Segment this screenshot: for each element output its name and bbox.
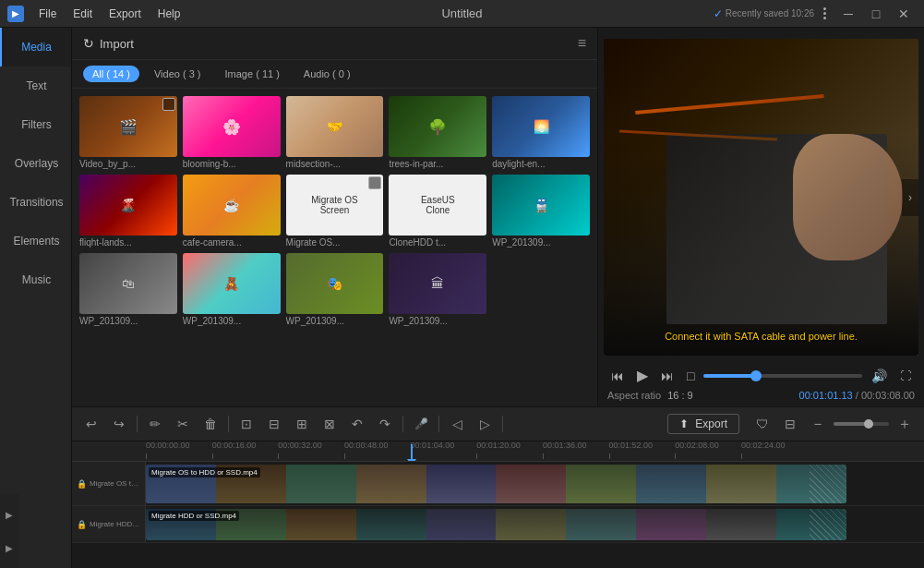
audio-clip-end xyxy=(810,509,846,540)
progress-fill xyxy=(703,374,756,378)
media-item[interactable]: 🚆 WP_201309... xyxy=(492,175,590,248)
ruler-mark: 00:00:48.00 xyxy=(344,453,345,459)
sidebar-tab-overlays[interactable]: Overlays xyxy=(0,144,71,183)
media-item[interactable]: Migrate OSScreen Migrate OS... xyxy=(286,175,384,248)
media-thumb: 🌅 xyxy=(492,96,590,157)
video-clip[interactable]: Migrate OS to HDD or SSD.mp4 xyxy=(146,465,846,503)
sidebar-tab-transitions[interactable]: Transitions xyxy=(0,183,71,222)
video-track-content[interactable]: Migrate OS to HDD or SSD.mp4 xyxy=(146,462,924,505)
media-item[interactable]: 🤝 midsection-... xyxy=(286,96,384,169)
timeline-right-tools: 🛡 ⊟ － ＋ xyxy=(750,412,917,436)
media-label: WP_201309... xyxy=(389,316,486,326)
menu-bar: File Edit Export Help xyxy=(31,6,187,22)
menu-file[interactable]: File xyxy=(31,6,64,22)
zoom-slider[interactable] xyxy=(834,422,889,426)
ruler-mark: 00:02:08.00 xyxy=(675,453,676,459)
media-item[interactable]: 🎬 Video_by_p... xyxy=(79,96,177,169)
fullscreen-button[interactable]: ⛶ xyxy=(896,368,915,384)
audio-track-label: Migrate HDD or SSD.mp4 xyxy=(90,520,140,528)
zoom-out-button[interactable]: － xyxy=(806,412,830,436)
preview-video: Connect it with SATA cable and power lin… xyxy=(604,39,918,356)
sidebar-tab-music[interactable]: Music xyxy=(0,260,71,299)
caption-button[interactable]: ⊟ xyxy=(778,412,802,436)
crop-tool[interactable]: ⊡ xyxy=(234,412,258,436)
sidebar-tab-media[interactable]: Media xyxy=(0,28,71,66)
play-button[interactable]: ▶ xyxy=(633,365,652,386)
menu-export[interactable]: Export xyxy=(102,6,149,22)
media-panel: ↻ Import ≡ All ( 14 ) Video ( 3 ) Image … xyxy=(72,28,598,406)
media-item[interactable]: 🌸 blooming-b... xyxy=(183,96,281,169)
delete-tool[interactable]: 🗑 xyxy=(198,412,222,436)
import-button[interactable]: ↻ Import xyxy=(83,36,134,51)
minimize-button[interactable]: ─ xyxy=(835,5,861,23)
mic-button[interactable]: 🎤 xyxy=(409,412,433,436)
video-track-header: 🔒 Migrate OS to HDD or SSD.mp4 xyxy=(72,462,146,505)
sidebar-tab-filters[interactable]: Filters xyxy=(0,105,71,144)
media-thumb: 🧸 xyxy=(183,253,281,314)
next-frame[interactable]: ▷ xyxy=(473,412,497,436)
forward-button[interactable]: ⏭ xyxy=(657,367,678,385)
audio-track-content[interactable]: Migrate HDD or SSD.mp4 xyxy=(146,506,924,542)
cut-tool[interactable]: ✂ xyxy=(171,412,195,436)
timeline-tracks: 🔒 Migrate OS to HDD or SSD.mp4 xyxy=(72,462,924,568)
titlebar: ▶ File Edit Export Help Untitled ✓ Recen… xyxy=(0,0,924,28)
audio-track-row: 🔒 Migrate HDD or SSD.mp4 xyxy=(72,506,924,543)
playhead[interactable] xyxy=(411,444,413,462)
rewind-button[interactable]: ⏮ xyxy=(607,367,628,385)
timeline-ruler: 00:00:00.00 00:00:16.00 00:00:32.00 xyxy=(72,441,924,462)
aspect-ratio-label: Aspect ratio 16 : 9 xyxy=(607,390,693,401)
lock-icon[interactable]: 🔒 xyxy=(77,479,87,489)
more-options[interactable] xyxy=(818,4,832,23)
progress-bar[interactable] xyxy=(703,374,862,378)
media-item[interactable]: 🏛 WP_201309... xyxy=(389,253,486,326)
preview-next-arrow[interactable]: › xyxy=(902,179,918,216)
toolbar-separator xyxy=(402,416,403,432)
zoom-in-button[interactable]: ＋ xyxy=(893,412,917,436)
media-item[interactable]: 🎭 WP_201309... xyxy=(286,253,384,326)
redo-button[interactable]: ↪ xyxy=(107,412,131,436)
media-thumb: 🎭 xyxy=(286,253,384,314)
close-button[interactable]: ✕ xyxy=(891,5,917,23)
media-item[interactable]: 🛍 WP_201309... xyxy=(79,253,177,326)
filter-tab-video[interactable]: Video ( 3 ) xyxy=(145,66,210,82)
undo-button[interactable]: ↩ xyxy=(79,412,103,436)
menu-help[interactable]: Help xyxy=(150,6,188,22)
shield-button[interactable]: 🛡 xyxy=(750,412,774,436)
filter-tab-all[interactable]: All ( 14 ) xyxy=(83,66,139,82)
add-track-icon[interactable]: ▶ xyxy=(6,510,13,520)
sidebar-tab-text[interactable]: Text xyxy=(0,66,71,105)
maximize-button[interactable]: □ xyxy=(863,5,889,23)
add-track-icon-2[interactable]: ▶ xyxy=(6,543,13,553)
menu-edit[interactable]: Edit xyxy=(66,6,100,22)
filter-tab-audio[interactable]: Audio ( 0 ) xyxy=(294,66,360,82)
thumb-checkbox[interactable] xyxy=(162,98,175,111)
progress-thumb[interactable] xyxy=(750,370,762,381)
media-menu-icon[interactable]: ≡ xyxy=(578,35,586,52)
media-item[interactable]: 🌳 trees-in-par... xyxy=(389,96,486,169)
media-item[interactable]: 🌅 daylight-en... xyxy=(492,96,590,169)
lock-icon-audio[interactable]: 🔒 xyxy=(77,520,87,529)
split-tool[interactable]: ⊟ xyxy=(262,412,286,436)
thumb-checkbox[interactable] xyxy=(368,176,381,189)
audio-clip[interactable]: Migrate HDD or SSD.mp4 xyxy=(146,509,846,540)
playback-controls: ⏮ ▶ ⏭ □ 🔊 ⛶ xyxy=(607,365,915,386)
rotate-left[interactable]: ↶ xyxy=(345,412,369,436)
media-label: Migrate OS... xyxy=(286,237,384,248)
filter-tab-image[interactable]: Image ( 11 ) xyxy=(216,66,289,82)
media-item[interactable]: 🌋 fliqht-lands... xyxy=(79,175,177,248)
media-item[interactable]: EaseUSClone CloneHDD t... xyxy=(389,175,486,248)
rotate-right[interactable]: ↷ xyxy=(373,412,397,436)
media-thumb: Migrate OSScreen xyxy=(286,175,384,236)
select-tool[interactable]: ⊠ xyxy=(318,412,342,436)
zoom-slider-thumb[interactable] xyxy=(864,419,873,429)
prev-frame[interactable]: ◁ xyxy=(445,412,469,436)
sidebar-tab-elements[interactable]: Elements xyxy=(0,222,71,260)
media-item[interactable]: 🧸 WP_201309... xyxy=(183,253,281,326)
toolbar-separator xyxy=(502,416,503,432)
stop-button[interactable]: □ xyxy=(683,367,698,385)
merge-tool[interactable]: ⊞ xyxy=(290,412,314,436)
pen-tool[interactable]: ✏ xyxy=(143,412,167,436)
export-button[interactable]: ⬆ Export xyxy=(667,414,739,434)
volume-button[interactable]: 🔊 xyxy=(868,367,891,385)
media-item[interactable]: ☕ cafe-camera... xyxy=(183,175,281,248)
